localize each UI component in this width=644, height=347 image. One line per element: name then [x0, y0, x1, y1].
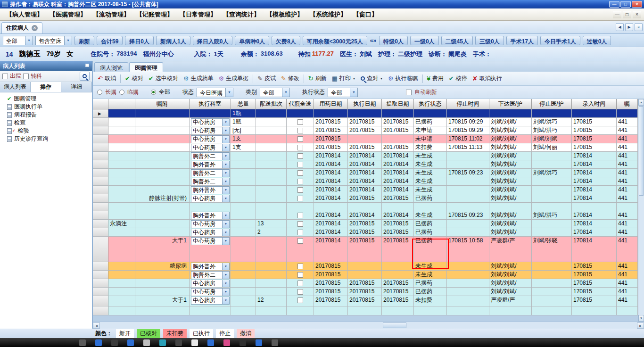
- tab-patient-list[interactable]: 病人列表: [0, 82, 31, 92]
- cancel-execute-button[interactable]: ✘取消执行: [470, 73, 504, 84]
- chevron-down-icon[interactable]: ▼: [222, 297, 229, 304]
- row-checkbox[interactable]: [297, 153, 303, 159]
- row-checkbox[interactable]: [297, 128, 303, 133]
- menu-item[interactable]: 【查询统计】: [220, 9, 263, 20]
- row-checkbox[interactable]: [297, 221, 303, 227]
- table-row[interactable]: 中心药房▼1支201708152017081520170815未扣费170815…: [93, 143, 644, 152]
- cancel-button[interactable]: ↶取消: [95, 73, 118, 84]
- stats-combo[interactable]: 全部▼: [3, 36, 33, 45]
- stats-button[interactable]: 择日0人: [125, 36, 154, 45]
- tree-item[interactable]: 历史诊疗查询: [4, 135, 91, 143]
- chevron-down-icon[interactable]: ▼: [222, 127, 229, 134]
- stats-button[interactable]: 三级0人: [475, 36, 504, 45]
- print-button[interactable]: ▦打印▼: [330, 73, 358, 84]
- dept-combo[interactable]: 中心药房▼: [191, 135, 230, 143]
- taskbar-icon[interactable]: [79, 339, 86, 346]
- column-header[interactable]: [108, 99, 135, 109]
- exec-status-filter-select[interactable]: 全部▼: [328, 88, 358, 97]
- mdi-minimize-icon[interactable]: —: [613, 11, 621, 18]
- dept-combo[interactable]: 中心药房▼: [191, 280, 230, 287]
- table-row[interactable]: 糖尿病胸外普外▼20170815未生成刘斌/刘斌/170815441: [93, 262, 644, 271]
- stats-button[interactable]: 今日手术1人: [540, 36, 580, 45]
- table-row[interactable]: 胸普外二▼20170815未生成刘斌/刘斌/170815441: [93, 271, 644, 279]
- chevron-down-icon[interactable]: ▼: [222, 221, 229, 228]
- stats-button[interactable]: 二级45人: [441, 36, 473, 45]
- chevron-down-icon[interactable]: ▼: [222, 119, 229, 126]
- table-row[interactable]: 中心药房▼201708152017081520170815已摆药刘斌/刘斌/17…: [93, 288, 644, 296]
- fee-button[interactable]: ¥费用: [425, 73, 446, 84]
- stats-button[interactable]: 一级0人: [410, 36, 439, 45]
- dept-combo[interactable]: 胸普外二▼: [191, 169, 230, 177]
- table-row[interactable]: 大于1中心药房▼201708142017081520170815已摆药17081…: [93, 237, 644, 262]
- menu-item[interactable]: 【日常管理】: [176, 9, 220, 20]
- menu-item[interactable]: 【窗口】: [350, 9, 381, 20]
- chevron-down-icon[interactable]: ▼: [222, 229, 229, 236]
- table-row[interactable]: [93, 203, 644, 211]
- chevron-down-icon[interactable]: ▼: [25, 36, 33, 45]
- row-checkbox[interactable]: [297, 162, 303, 167]
- table-row[interactable]: 胸外普外▼201708142017081420170814未生成刘斌/刘斌/17…: [93, 186, 644, 194]
- column-header[interactable]: 停止医/护: [532, 99, 572, 109]
- chevron-down-icon[interactable]: ▼: [222, 178, 229, 185]
- chevron-down-icon[interactable]: ▼: [222, 289, 229, 296]
- dept-combo[interactable]: 中心药房▼: [191, 237, 230, 245]
- column-header[interactable]: 提取日期: [382, 99, 414, 109]
- refresh-button[interactable]: ↻刷新: [306, 73, 329, 84]
- chevron-down-icon[interactable]: ▼: [222, 136, 229, 143]
- tab-order-management[interactable]: 医嘱管理: [129, 62, 163, 72]
- long-term-order-radio[interactable]: [97, 90, 102, 95]
- dept-combo[interactable]: 中心药房▼: [191, 127, 230, 134]
- taskbar-icon[interactable]: [256, 339, 262, 346]
- tab-close-icon[interactable]: ×: [32, 25, 38, 31]
- column-header[interactable]: 嘱附: [135, 99, 190, 109]
- dept-combo[interactable]: 中心药房▼: [191, 118, 230, 126]
- menu-item[interactable]: 【医嘱管理】: [46, 9, 90, 20]
- taskbar-icon[interactable]: [143, 339, 150, 346]
- chevron-down-icon[interactable]: ▼: [222, 187, 229, 194]
- stats-overflow-icon[interactable]: «»: [370, 37, 377, 44]
- menu-item[interactable]: 【系统维护】: [306, 9, 350, 20]
- table-row[interactable]: 中心药房▼1瓶201708152017081520170815已摆药170815…: [93, 118, 644, 126]
- tree-item[interactable]: 检查: [4, 119, 91, 127]
- status-filter-select[interactable]: 今日医嘱▼: [197, 88, 233, 97]
- stat-order-radio[interactable]: [119, 90, 124, 95]
- taskbar-icon[interactable]: [111, 339, 118, 346]
- tab-scroll-left-icon[interactable]: ◀: [616, 23, 624, 31]
- dept-combo[interactable]: 胸外普外▼: [191, 212, 230, 219]
- chevron-down-icon[interactable]: ▼: [222, 263, 229, 270]
- mdi-restore-icon[interactable]: □: [623, 11, 631, 18]
- tab-list-close-icon[interactable]: ×: [635, 23, 643, 31]
- tab-scroll-right-icon[interactable]: ▶: [625, 23, 633, 31]
- column-header[interactable]: [93, 99, 108, 109]
- row-checkbox[interactable]: [297, 264, 303, 269]
- dept-combo[interactable]: 中心药房▼: [191, 229, 230, 236]
- row-checkbox[interactable]: [297, 297, 303, 303]
- scroll-up-icon[interactable]: ▲: [638, 99, 644, 106]
- row-checkbox[interactable]: [297, 119, 303, 125]
- column-header[interactable]: 执行日期: [348, 99, 382, 109]
- menu-item[interactable]: 【病人管理】: [3, 9, 46, 20]
- dept-combo[interactable]: 中心药房▼: [191, 297, 230, 305]
- table-row[interactable]: 胸普外二▼201708142017081420170814未生成刘斌/刘斌/17…: [93, 152, 644, 160]
- dept-combo[interactable]: 胸普外二▼: [191, 271, 230, 279]
- tab-details[interactable]: 详细: [61, 82, 92, 92]
- row-checkbox[interactable]: [297, 196, 303, 201]
- search-button[interactable]: [80, 72, 90, 81]
- table-row[interactable]: 中心药房▼201708152017081520170815已摆药刘斌/刘斌/17…: [93, 279, 644, 288]
- chevron-down-icon[interactable]: ▼: [222, 280, 229, 287]
- discharged-checkbox[interactable]: [2, 74, 8, 79]
- column-header[interactable]: 代煎全送: [287, 99, 314, 109]
- table-row[interactable]: 胸普外二▼201708142017081420170814未生成170815 0…: [93, 169, 644, 177]
- chevron-down-icon[interactable]: ▼: [350, 88, 357, 97]
- verify-stop-button[interactable]: ✔核停: [446, 73, 470, 84]
- stats-button[interactable]: 择日入院0人: [193, 36, 233, 45]
- minimize-button[interactable]: —: [609, 1, 619, 8]
- table-row[interactable]: 胸外普外▼201708142017081420170814未生成刘斌/刘斌/17…: [93, 160, 644, 169]
- horizontal-scrollbar[interactable]: ◀ ▶: [93, 322, 644, 329]
- chevron-down-icon[interactable]: ▼: [282, 88, 289, 97]
- table-row[interactable]: 胸普外二▼201708142017081420170814未生成刘斌/刘斌/17…: [93, 177, 644, 186]
- skin-test-button[interactable]: ✎皮试: [255, 73, 278, 84]
- dept-combo[interactable]: 胸外普外▼: [191, 186, 230, 194]
- table-row[interactable]: 大于1中心药房▼12201708152017081520170815未扣费严凌群…: [93, 296, 644, 306]
- row-checkbox[interactable]: [297, 289, 303, 295]
